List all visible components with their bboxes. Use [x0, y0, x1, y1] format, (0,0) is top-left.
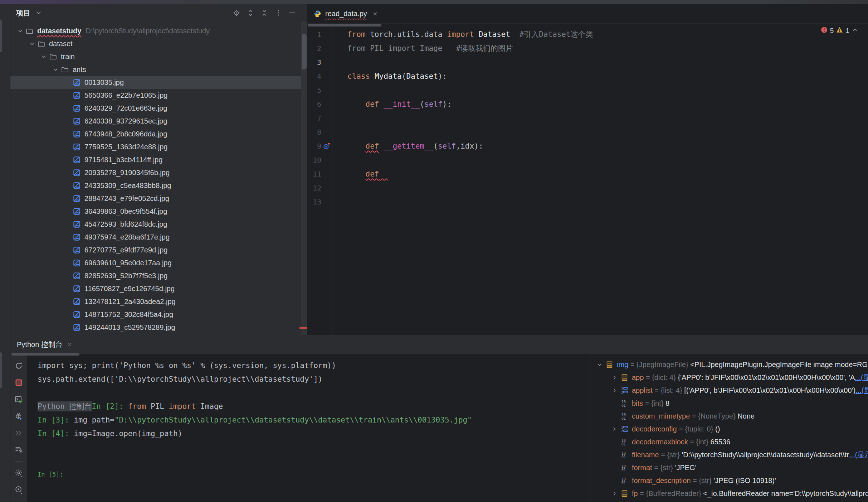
variable-row-decoderconfig[interactable]: 12decoderconfig = {tuple: 0} () — [590, 423, 868, 435]
variable-row-filename[interactable]: 1001filename = {str} 'D:\\pytorchStudy\\… — [590, 448, 868, 461]
tree-item-45472593_bfd624f8dc.jpg[interactable]: 45472593_bfd624f8dc.jpg — [10, 218, 307, 231]
tree-item-49375974_e28ba6f17e.jpg[interactable]: 49375974_e28ba6f17e.jpg — [10, 231, 307, 243]
tool-window-stripe[interactable] — [0, 4, 10, 502]
tree-item-69639610_95e0de17aa.jpg[interactable]: 69639610_95e0de17aa.jpg — [10, 256, 307, 269]
tree-item-20935278_9190345f6b.jpg[interactable]: 20935278_9190345f6b.jpg — [10, 166, 307, 179]
show-more-link[interactable]: ...(显示 — [855, 386, 868, 395]
code-line-8[interactable]: 8 — [307, 125, 868, 139]
variable-row-decodermaxblock[interactable]: 1001decodermaxblock = {int} 65536 — [590, 435, 868, 448]
chevron-right-icon[interactable] — [609, 491, 620, 497]
tree-item-148715752_302c84f5a4.jpg[interactable]: 148715752_302c84f5a4.jpg — [10, 308, 307, 321]
more-icon[interactable] — [273, 8, 284, 18]
tab-scrollbar-thumb[interactable] — [308, 24, 381, 26]
tree-item-36439863_0bec9f554f.jpg[interactable]: 36439863_0bec9f554f.jpg — [10, 205, 307, 218]
tree-item-label: 148715752_302c84f5a4.jpg — [84, 310, 173, 319]
scroll-end-icon[interactable] — [10, 441, 27, 458]
chevron-down-icon[interactable] — [39, 54, 48, 60]
project-tree[interactable]: datasetstudyD:\pytorchStudy\allproject\d… — [10, 23, 307, 335]
tree-item-ants[interactable]: ants — [10, 63, 307, 76]
tree-item-6240338_93729615ec.jpg[interactable]: 6240338_93729615ec.jpg — [10, 115, 307, 127]
python-console: import sys; print('Python %s on %s' % (s… — [10, 354, 590, 502]
tree-item-6743948_2b8c096dda.jpg[interactable]: 6743948_2b8c096dda.jpg — [10, 127, 307, 140]
editor-tab-read-data[interactable]: read_data.py — [307, 4, 384, 23]
fast-forward-icon[interactable] — [10, 425, 27, 441]
rerun-icon[interactable] — [10, 357, 27, 374]
project-panel-title[interactable]: 项目 — [16, 8, 30, 18]
variable-row-fp[interactable]: fp = {BufferedReader} <_io.BufferedReade… — [590, 487, 868, 500]
hide-icon[interactable] — [287, 8, 298, 18]
code-line-3[interactable]: 3 — [307, 55, 868, 69]
console-text: PIL — [146, 402, 169, 411]
tree-item-67270775_e9fdf77e9d.jpg[interactable]: 67270775_e9fdf77e9d.jpg — [10, 243, 307, 256]
chevron-right-icon[interactable] — [609, 375, 620, 381]
show-more-link[interactable]: ...(显示 — [849, 450, 868, 460]
console-tab-title[interactable]: Python 控制台 — [17, 340, 63, 349]
editor-tab-title[interactable]: read_data.py — [325, 10, 367, 18]
tree-item-5650366_e22b7e1065.jpg[interactable]: 5650366_e22b7e1065.jpg — [10, 89, 307, 102]
debug-icon[interactable] — [10, 408, 27, 425]
tree-item-label: 0013035.jpg — [84, 78, 124, 87]
tree-item-0013035.jpg[interactable]: 0013035.jpg — [10, 76, 307, 89]
chevron-right-icon[interactable] — [609, 426, 620, 432]
code-line-1[interactable]: 1from torch.utils.data import Dataset #引… — [307, 27, 868, 41]
variable-row-format[interactable]: 1001format = {str} 'JPEG' — [590, 461, 868, 474]
tree-item-116570827_e9c126745d.jpg[interactable]: 116570827_e9c126745d.jpg — [10, 282, 307, 295]
close-icon[interactable] — [67, 341, 72, 349]
tree-item-24335309_c5ea483bb8.jpg[interactable]: 24335309_c5ea483bb8.jpg — [10, 179, 307, 192]
stripe-handle[interactable] — [0, 352, 2, 388]
code-line-2[interactable]: 2from PIL import Image #读取我们的图片 — [307, 41, 868, 55]
tree-item-7759525_1363d24e88.jpg[interactable]: 7759525_1363d24e88.jpg — [10, 140, 307, 153]
code-area[interactable]: 1from torch.utils.data import Dataset #引… — [307, 24, 868, 335]
tree-item-132478121_2a430adea2.jpg[interactable]: 132478121_2a430adea2.jpg — [10, 295, 307, 308]
override-icon[interactable] — [321, 142, 332, 150]
project-scrollbar-track[interactable] — [301, 21, 307, 335]
code-line-5[interactable]: 5 — [307, 83, 868, 97]
show-vars-icon[interactable] — [10, 481, 27, 498]
chevron-down-icon[interactable] — [594, 362, 605, 368]
chevron-up-icon[interactable] — [852, 27, 858, 35]
chevron-down-icon[interactable] — [33, 8, 44, 18]
tree-item-train[interactable]: train — [10, 50, 307, 63]
code-token — [370, 72, 375, 81]
code-line-9[interactable]: 9 def __getitem__(self,idx): — [307, 139, 868, 153]
tree-item-9715481_b3cb4114ff.jpg[interactable]: 9715481_b3cb4114ff.jpg — [10, 153, 307, 166]
tree-item-datasetstudy[interactable]: datasetstudyD:\pytorchStudy\allproject\d… — [10, 24, 307, 37]
tree-item-6240329_72c01e663e.jpg[interactable]: 6240329_72c01e663e.jpg — [10, 102, 307, 115]
console-tab[interactable]: Python 控制台 — [17, 340, 72, 349]
variable-row-app[interactable]: app = {dict: 4} {'APP0': b'JFIF\x00\x01\… — [590, 371, 868, 384]
code-line-11[interactable]: 11 def — [307, 167, 868, 181]
chevron-right-icon[interactable] — [609, 387, 620, 394]
tree-item-82852639_52b7f7f5e3.jpg[interactable]: 82852639_52b7f7f5e3.jpg — [10, 269, 307, 282]
console-run-icon[interactable] — [10, 391, 27, 408]
inspections-widget[interactable]: 5 1 — [821, 26, 858, 35]
tree-item-28847243_e79fe052cd.jpg[interactable]: 28847243_e79fe052cd.jpg — [10, 192, 307, 205]
code-line-10[interactable]: 10 — [307, 153, 868, 167]
tab-scrollbar-thumb[interactable] — [11, 353, 79, 356]
stripe-handle[interactable] — [0, 20, 2, 52]
chevron-down-icon[interactable] — [27, 41, 36, 47]
error-stripe-mark — [299, 327, 307, 329]
console-output[interactable]: import sys; print('Python %s on %s' % (s… — [27, 354, 590, 502]
code-line-13[interactable]: 13 — [307, 195, 868, 209]
chevron-down-icon[interactable] — [51, 67, 60, 73]
code-line-6[interactable]: 6 def __init__(self): — [307, 97, 868, 111]
tree-item-dataset[interactable]: dataset — [10, 37, 307, 50]
settings-icon[interactable] — [10, 464, 27, 481]
show-more-link[interactable]: ...(显示 — [855, 373, 868, 382]
expand-all-icon[interactable] — [245, 8, 256, 18]
variable-row-bits[interactable]: 1001bits = {int} 8 — [590, 397, 868, 410]
tree-item-149244013_c529578289.jpg[interactable]: 149244013_c529578289.jpg — [10, 321, 307, 334]
chevron-down-icon[interactable] — [15, 28, 25, 34]
variable-row-custom_mimetype[interactable]: 1001custom_mimetype = {NoneType} None — [590, 410, 868, 423]
variable-row-img[interactable]: img = {JpegImageFile} <PIL.JpegImagePlug… — [590, 358, 868, 371]
code-line-4[interactable]: 4class Mydata(Dataset): — [307, 69, 868, 83]
close-icon[interactable] — [372, 11, 378, 16]
locate-icon[interactable] — [231, 8, 242, 18]
variable-row-format_description[interactable]: 1001format_description = {str} 'JPEG (IS… — [590, 474, 868, 487]
stop-icon[interactable] — [10, 374, 27, 391]
code-line-12[interactable]: 12 — [307, 181, 868, 195]
collapse-all-icon[interactable] — [259, 8, 270, 18]
variable-row-applist[interactable]: 12applist = {list: 4} [('APP0', b'JFIF\x… — [590, 384, 868, 397]
project-scrollbar-thumb[interactable] — [302, 34, 307, 69]
code-line-7[interactable]: 7 — [307, 111, 868, 125]
